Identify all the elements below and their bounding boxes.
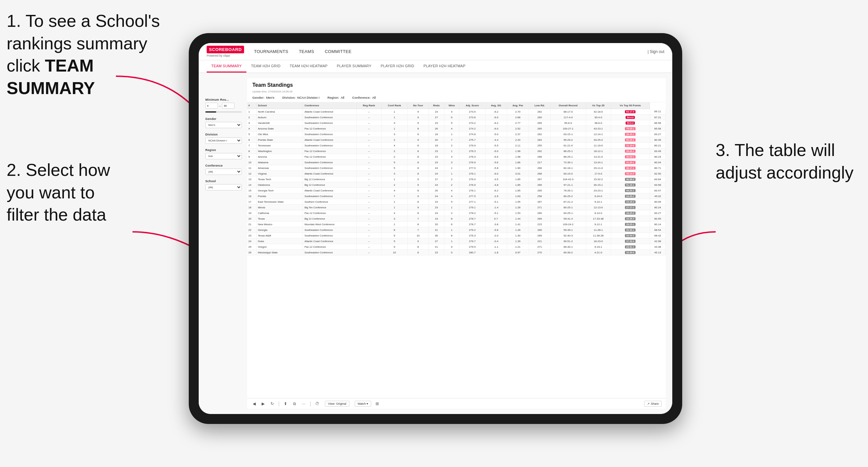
table-cell: 82-18-1	[550, 165, 586, 171]
toolbar-back-btn[interactable]: ◀	[251, 401, 257, 407]
table-cell: 0	[444, 250, 459, 255]
table-cell: 279.3	[459, 233, 486, 239]
filter-minimum-rank-label: Minimum Rou...	[205, 98, 242, 101]
table-cell: -0.4	[486, 239, 507, 244]
table-cell: 276.1	[459, 188, 486, 193]
table-row: 16FloridaSoutheastern Conference–7924427…	[247, 193, 665, 199]
nav-link-committee[interactable]: COMMITTEE	[325, 48, 352, 55]
table-cell: 279.5	[459, 244, 486, 250]
filter-bar-conference: Conference: All	[352, 96, 376, 99]
tab-player-summary[interactable]: PLAYER SUMMARY	[332, 60, 376, 72]
col-low: Low Rd.	[529, 102, 550, 109]
table-cell: 44-24-1	[611, 188, 650, 193]
rank-from-input[interactable]	[205, 103, 218, 108]
table-cell: 1	[444, 205, 459, 210]
table-cell: -5.1	[486, 210, 507, 216]
toolbar-forward-btn[interactable]: ▶	[260, 401, 266, 407]
table-cell: 4	[247, 126, 256, 131]
table-row: 14OklahomaBig 12 Conference–29242276.9-4…	[247, 182, 665, 188]
rank-to-input[interactable]	[222, 103, 235, 108]
toolbar-grid-btn[interactable]: ⊞	[374, 401, 380, 407]
table-cell: 24	[247, 239, 256, 244]
table-cell: 88-17-0	[550, 109, 586, 115]
table-cell: –	[357, 222, 381, 227]
table-row: 26Mississippi StateSoutheastern Conferen…	[247, 250, 665, 255]
table-cell: Atlantic Coast Conference	[303, 137, 357, 143]
table-cell: 276.9	[459, 160, 486, 165]
table-cell: 270	[529, 250, 550, 255]
school-select[interactable]: (All)	[205, 184, 242, 190]
region-select[interactable]: N/A All	[205, 153, 242, 159]
table-cell: 4	[444, 126, 459, 131]
table-cell: 1.28	[507, 205, 529, 210]
table-cell: Southeastern Conference	[303, 227, 357, 233]
table-cell: 258	[529, 193, 550, 199]
table-cell: 1	[444, 165, 459, 171]
table-cell: 1	[381, 222, 408, 227]
table-cell: 80.24	[650, 205, 665, 210]
table-cell: 23-18-2	[611, 199, 650, 205]
table-cell: 4-21-0	[586, 250, 611, 255]
tab-player-h2h-heatmap[interactable]: PLAYER H2H HEATMAP	[419, 60, 470, 72]
table-cell: –	[357, 143, 381, 148]
table-cell: 24	[429, 165, 444, 171]
table-cell: 9	[408, 239, 429, 244]
table-cell: 100-27-1	[550, 126, 586, 131]
col-conf-rank: Conf Rank	[381, 102, 408, 109]
table-cell: 59-41-4	[550, 216, 586, 222]
table-cell: 4	[444, 193, 459, 199]
table-cell: Southeastern Conference	[303, 131, 357, 137]
data-table-wrap[interactable]: # School Conference Reg Rank Conf Rank N…	[247, 102, 665, 398]
watch-button[interactable]: Watch ▾	[355, 401, 372, 407]
toolbar-copy-btn[interactable]: ⧉	[291, 401, 298, 407]
table-cell: –	[357, 244, 381, 250]
tab-team-h2h-grid[interactable]: TEAM H2H GRID	[246, 60, 285, 72]
division-select[interactable]: NCAA Division I NCAA Division II NCAA Di…	[205, 137, 242, 144]
table-cell: 8	[408, 165, 429, 171]
sidebar: Minimum Rou... – Gender Men's Women's	[205, 78, 242, 409]
nav-link-teams[interactable]: TEAMS	[299, 48, 314, 55]
table-cell: 24	[429, 193, 444, 199]
toolbar-clock-btn[interactable]: ⏱	[314, 401, 321, 407]
tab-team-summary[interactable]: TEAM SUMMARY	[207, 60, 246, 72]
filter-bar-gender: Gender: Men's	[252, 96, 274, 99]
sign-out-button[interactable]: | Sign out	[648, 49, 665, 54]
share-button[interactable]: ↗ Share	[644, 401, 662, 407]
table-cell: 1	[381, 199, 408, 205]
table-cell: 63-15-1	[550, 131, 586, 137]
toolbar-share2-btn[interactable]: ⬆	[282, 401, 289, 407]
table-cell: -6.0	[486, 115, 507, 120]
view-original-button[interactable]: View: Original	[325, 401, 349, 407]
gender-select[interactable]: Men's Women's	[205, 122, 242, 128]
table-row: 8WashingtonPac-12 Conference–28231276.3-…	[247, 148, 665, 154]
nav-link-tournaments[interactable]: TOURNAMENTS	[254, 48, 288, 55]
table-cell: 79-25-1	[611, 126, 650, 131]
table-cell: Mountain West Conference	[303, 222, 357, 227]
share-icon: ↗	[647, 402, 651, 405]
table-cell: 266	[529, 227, 550, 233]
table-cell: 13-24-1	[586, 160, 611, 165]
main-content: Team Standings Update time: 27/03/2024 1…	[247, 78, 665, 409]
tab-player-h2h-grid[interactable]: PLAYER H2H GRID	[376, 60, 419, 72]
filter-region-label: Region	[205, 148, 242, 152]
filter-minimum-rank: Minimum Rou... –	[205, 98, 242, 113]
table-cell: 83-25-1	[550, 210, 586, 216]
nav-links: TOURNAMENTS TEAMS COMMITTEE	[254, 48, 648, 55]
tab-team-h2h-heatmap[interactable]: TEAM H2H HEATMAP	[285, 60, 332, 72]
toolbar-reload-btn[interactable]: ↻	[269, 401, 276, 407]
toolbar-more-btn[interactable]: ···	[300, 401, 307, 407]
table-cell: 14-21-0	[586, 154, 611, 160]
table-cell: 273.5	[459, 109, 486, 115]
table-cell: 24	[429, 199, 444, 205]
rank-slider[interactable]	[205, 111, 242, 113]
table-cell: Oregon	[256, 244, 303, 250]
conference-select[interactable]: (All)	[205, 168, 242, 175]
table-cell: 25	[247, 244, 256, 250]
table-cell: 22	[247, 227, 256, 233]
table-cell: 12-14-1	[586, 131, 611, 137]
table-row: 7TennesseeSoutheastern Conference–481822…	[247, 143, 665, 148]
content-area: Minimum Rou... – Gender Men's Women's	[199, 73, 672, 414]
table-cell: 278.2	[459, 210, 486, 216]
table-cell: 16	[247, 193, 256, 199]
table-cell: 82.50	[650, 171, 665, 177]
